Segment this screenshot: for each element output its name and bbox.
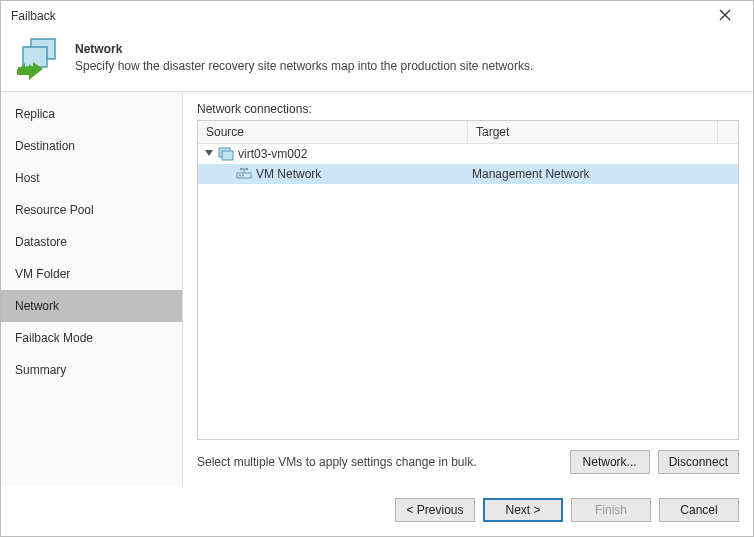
wizard-steps-sidebar: Replica Destination Host Resource Pool D…: [1, 92, 183, 486]
sidebar-step-label: Summary: [15, 363, 66, 377]
svg-point-11: [240, 168, 242, 170]
titlebar: Failback: [1, 1, 753, 31]
wizard-header: Network Specify how the disaster recover…: [1, 31, 753, 92]
wizard-header-text: Network Specify how the disaster recover…: [75, 42, 533, 73]
tree-network-target-label: Management Network: [472, 167, 589, 181]
column-header-label: Target: [476, 125, 509, 139]
network-icon: [236, 167, 252, 181]
page-title: Network: [75, 42, 533, 56]
wizard-body: Replica Destination Host Resource Pool D…: [1, 92, 753, 486]
sidebar-step-label: Destination: [15, 139, 75, 153]
sidebar-step-replica[interactable]: Replica: [1, 98, 182, 130]
sidebar-step-summary[interactable]: Summary: [1, 354, 182, 386]
sidebar-step-network[interactable]: Network: [1, 290, 182, 322]
wizard-main-panel: Network connections: Source Target: [183, 92, 753, 486]
window-title: Failback: [11, 9, 705, 23]
previous-button[interactable]: < Previous: [395, 498, 475, 522]
sidebar-step-label: Failback Mode: [15, 331, 93, 345]
page-description: Specify how the disaster recovery site n…: [75, 59, 533, 73]
tree-collapse-icon[interactable]: [204, 149, 214, 159]
sidebar-step-resource-pool[interactable]: Resource Pool: [1, 194, 182, 226]
tree-network-row[interactable]: VM Network Management Network: [198, 164, 738, 184]
grid-actions-row: Select multiple VMs to apply settings ch…: [197, 440, 739, 486]
tree-vm-label: virt03-vm002: [238, 147, 307, 161]
sidebar-step-label: Resource Pool: [15, 203, 94, 217]
sidebar-step-label: Datastore: [15, 235, 67, 249]
column-header-source[interactable]: Source: [198, 121, 468, 143]
sidebar-step-vm-folder[interactable]: VM Folder: [1, 258, 182, 290]
sidebar-step-label: Host: [15, 171, 40, 185]
column-header-target[interactable]: Target: [468, 121, 718, 143]
next-button[interactable]: Next >: [483, 498, 563, 522]
cancel-button[interactable]: Cancel: [659, 498, 739, 522]
sidebar-step-datastore[interactable]: Datastore: [1, 226, 182, 258]
sidebar-step-destination[interactable]: Destination: [1, 130, 182, 162]
failback-icon: [15, 33, 63, 81]
section-label: Network connections:: [197, 102, 739, 116]
tree-vm-row[interactable]: virt03-vm002: [198, 144, 738, 164]
svg-marker-5: [205, 150, 213, 156]
svg-point-12: [246, 168, 248, 170]
close-icon: [719, 8, 731, 24]
bulk-hint: Select multiple VMs to apply settings ch…: [197, 455, 562, 469]
close-button[interactable]: [705, 2, 745, 30]
grid-header: Source Target: [198, 121, 738, 144]
wizard-footer: < Previous Next > Finish Cancel: [1, 486, 753, 536]
grid-rows: virt03-vm002: [198, 144, 738, 439]
svg-point-9: [239, 175, 241, 177]
disconnect-button[interactable]: Disconnect: [658, 450, 739, 474]
wizard-window: Failback Network Specify how the disaste…: [0, 0, 754, 537]
column-header-label: Source: [206, 125, 244, 139]
sidebar-step-host[interactable]: Host: [1, 162, 182, 194]
svg-rect-7: [222, 151, 233, 160]
finish-button[interactable]: Finish: [571, 498, 651, 522]
vm-icon: [218, 147, 234, 161]
column-header-end: [718, 121, 738, 143]
network-button[interactable]: Network...: [570, 450, 650, 474]
sidebar-step-failback-mode[interactable]: Failback Mode: [1, 322, 182, 354]
tree-network-source-label: VM Network: [256, 167, 321, 181]
svg-point-10: [242, 175, 244, 177]
network-connections-grid: Source Target: [197, 120, 739, 440]
sidebar-step-label: Replica: [15, 107, 55, 121]
sidebar-step-label: Network: [15, 299, 59, 313]
sidebar-step-label: VM Folder: [15, 267, 70, 281]
